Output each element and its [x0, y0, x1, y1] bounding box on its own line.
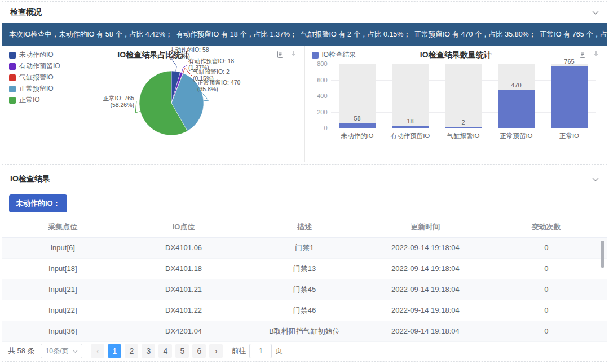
results-table: 采集点位IO点位描述更新时间变动次数 Input[6]DX4101.06门禁12… — [2, 217, 607, 342]
table-cell: DX4101.18 — [123, 258, 244, 279]
table-row: Input[6]DX4101.06门禁12022-09-14 19:18:040 — [2, 237, 607, 258]
legend-item[interactable]: 正常IO — [9, 95, 60, 105]
legend-swatch — [9, 74, 16, 81]
legend-item[interactable]: 正常预留IO — [9, 84, 60, 94]
table-row: Input[21]DX4101.21门禁452022-09-14 19:18:0… — [2, 279, 607, 300]
pie-label: 正常IO: 765(58.26%) — [82, 95, 134, 108]
table-cell: B取料阻挡气缸初始位 — [244, 321, 365, 341]
prev-page-button[interactable]: ‹ — [91, 344, 104, 358]
y-axis-tick-label: 600 — [307, 77, 328, 83]
table-cell: 门禁13 — [244, 258, 365, 279]
table-cell: 门禁46 — [244, 300, 365, 321]
download-icon[interactable] — [290, 50, 298, 59]
bar-value-label: 2 — [437, 119, 490, 126]
page-size-select[interactable]: 10条/页 — [41, 344, 83, 358]
y-axis-tick-label: 800 — [307, 60, 328, 67]
column-header: 变动次数 — [486, 217, 607, 237]
goto-page: 前往 页 — [231, 344, 283, 358]
chevron-down-icon — [73, 350, 78, 353]
results-title: IO检查结果 — [10, 174, 50, 184]
data-view-icon[interactable] — [579, 50, 586, 59]
x-axis-category-label: 正常预留IO — [490, 132, 543, 140]
filter-row: 未动作的IO： — [2, 190, 607, 216]
y-axis-tick-label: 200 — [307, 109, 328, 116]
download-icon[interactable] — [592, 50, 600, 59]
legend-item[interactable]: 未动作的IO — [9, 50, 60, 60]
bar[interactable] — [551, 66, 588, 128]
page-buttons: 123456 — [106, 344, 208, 358]
pie-label-text: 气缸报警IO: 2 — [193, 69, 255, 76]
results-collapse-chevron-icon[interactable] — [592, 177, 599, 181]
legend-label: IO检查结果 — [322, 50, 356, 60]
bar[interactable] — [339, 123, 376, 128]
pie-label-percent: (58.26%) — [82, 102, 134, 109]
next-page-button[interactable]: › — [209, 344, 223, 358]
y-axis-tick-label: 0 — [307, 125, 328, 131]
goto-unit: 页 — [275, 346, 283, 356]
table-cell: Input[21] — [2, 279, 123, 300]
page-button-1[interactable]: 1 — [108, 344, 121, 358]
overview-header: 检查概况 — [2, 2, 607, 23]
pie-label-text: 有动作预留IO: 18 — [188, 58, 250, 65]
legend-swatch — [9, 97, 16, 104]
bar-value-label: 58 — [331, 115, 384, 122]
pie-label-line — [182, 65, 187, 73]
overview-collapse-chevron-icon[interactable] — [592, 11, 599, 15]
summary-text: 本次IO检查中，未动作的IO 有 58 个，占比 4.42%； 有动作预留IO … — [9, 30, 607, 39]
pie-label-text: 正常预留IO: 470 — [197, 79, 259, 86]
filter-category-button[interactable]: 未动作的IO： — [9, 194, 67, 212]
table-cell: DX4201.04 — [123, 321, 244, 341]
legend-label: 未动作的IO — [19, 50, 54, 60]
column-header: 描述 — [244, 217, 365, 237]
table-cell: DX4101.06 — [123, 237, 244, 258]
legend-label: 正常预留IO — [19, 84, 54, 94]
table-wrap: 采集点位IO点位描述更新时间变动次数 Input[6]DX4101.06门禁12… — [2, 217, 607, 342]
results-header: IO检查结果 — [2, 168, 607, 190]
legend-item[interactable]: IO检查结果 — [312, 50, 356, 60]
bar-value-label: 470 — [490, 82, 543, 88]
page-button-3[interactable]: 3 — [142, 344, 155, 358]
table-scrollbar[interactable] — [601, 241, 604, 268]
data-view-icon[interactable] — [276, 50, 284, 59]
overview-title: 检查概况 — [10, 7, 42, 17]
table-cell: 2022-09-14 19:18:04 — [365, 258, 486, 279]
table-header-row: 采集点位IO点位描述更新时间变动次数 — [2, 217, 607, 237]
bar[interactable] — [498, 90, 535, 128]
page-button-4[interactable]: 4 — [158, 344, 172, 358]
page-button-2[interactable]: 2 — [125, 344, 138, 358]
table-cell: 0 — [486, 321, 607, 341]
table-cell: Input[36] — [2, 321, 123, 341]
table-cell: Input[6] — [2, 237, 123, 258]
page-button-5[interactable]: 5 — [175, 344, 189, 358]
bar-value-label: 18 — [384, 118, 437, 125]
legend-label: 正常IO — [19, 95, 40, 105]
column-header: IO点位 — [123, 217, 244, 237]
pie-label: 正常预留IO: 470(35.8%) — [197, 79, 259, 92]
bar[interactable] — [392, 126, 429, 128]
table-cell: 0 — [486, 279, 607, 300]
legend-label: 气缸报警IO — [19, 73, 54, 82]
x-axis-category-label: 未动作的IO — [331, 132, 384, 140]
table-cell: DX4101.22 — [123, 300, 244, 321]
bar-chart: 020040060080058未动作的IO18有动作预留IO2气缸报警IO470… — [305, 46, 607, 162]
x-axis-category-label: 气缸报警IO — [437, 132, 490, 140]
x-axis-category-label: 正常IO — [543, 132, 596, 140]
pie-chart-panel: 未动作的IO有动作预留IO气缸报警IO正常预留IO正常IO IO检查结果占比统计… — [2, 46, 304, 162]
legend-item[interactable]: 有动作预留IO — [9, 61, 60, 71]
bar-background — [445, 64, 482, 128]
page-button-6[interactable]: 6 — [192, 344, 206, 358]
table-cell: 0 — [486, 237, 607, 258]
goto-page-input[interactable] — [249, 344, 272, 358]
table-cell: 0 — [486, 258, 607, 279]
bar[interactable] — [445, 127, 482, 128]
legend-swatch — [9, 63, 16, 70]
pie-label-text: 未动作的IO: 58 — [169, 47, 231, 54]
pie-label-text: 正常IO: 765 — [82, 95, 134, 102]
legend-item[interactable]: 气缸报警IO — [9, 73, 60, 82]
summary-banner: 本次IO检查中，未动作的IO 有 58 个，占比 4.42%； 有动作预留IO … — [2, 23, 607, 46]
bar-chart-toolbox — [579, 50, 600, 59]
goto-label: 前往 — [231, 346, 246, 356]
x-axis-line — [331, 128, 596, 128]
bar-legend: IO检查结果 — [312, 50, 356, 60]
total-count: 共 58 条 — [8, 346, 35, 356]
